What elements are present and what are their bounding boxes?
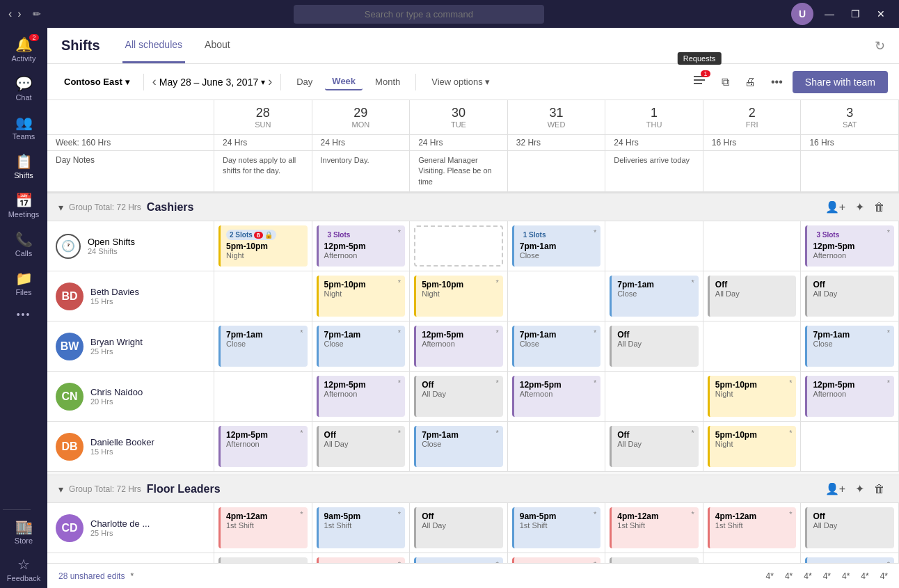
bryan-sun-block[interactable]: * 7pm-1am Close: [218, 326, 308, 367]
open-shift-tue[interactable]: [410, 221, 508, 271]
bryan-wed[interactable]: * 7pm-1am Close: [508, 321, 606, 371]
aadi-fri[interactable]: [703, 553, 802, 563]
open-shift-sun[interactable]: 2 Slots 8 🔒 5pm-10pm Night: [214, 221, 312, 271]
beth-tue[interactable]: * 5pm-10pm Night: [410, 271, 508, 321]
sidebar-item-chat[interactable]: 💬 Chat: [3, 70, 45, 107]
close-button[interactable]: ✕: [871, 6, 891, 22]
charlotte-thu[interactable]: * 4pm-12am 1st Shift: [605, 503, 703, 553]
beth-thu-block[interactable]: * 7pm-1am Close: [610, 276, 699, 317]
sidebar-item-files[interactable]: 📁 Files: [3, 264, 45, 302]
next-week-button[interactable]: ›: [268, 74, 272, 89]
share-with-team-button[interactable]: Share with team: [793, 71, 888, 93]
delete-fl-button[interactable]: 🗑: [871, 481, 888, 497]
sidebar-item-more[interactable]: •••: [3, 303, 45, 326]
more-options-button[interactable]: •••: [765, 72, 788, 93]
bryan-thu[interactable]: Off All Day: [605, 321, 703, 371]
sidebar-item-shifts[interactable]: 📋 Shifts: [3, 148, 45, 185]
open-shift-block-mon[interactable]: * 3 Slots 12pm-5pm Afternoon: [317, 225, 406, 267]
open-shift-mon[interactable]: * 3 Slots 12pm-5pm Afternoon: [312, 221, 411, 271]
danielle-wed[interactable]: [508, 422, 606, 471]
beth-wed[interactable]: [508, 271, 606, 321]
chris-sat[interactable]: * 12pm-5pm Afternoon: [801, 372, 899, 421]
maximize-button[interactable]: ❐: [845, 6, 866, 22]
search-input[interactable]: [294, 5, 544, 24]
beth-fri-block[interactable]: Off All Day: [708, 276, 797, 317]
bryan-tue-block[interactable]: * 12pm-5pm Afternoon: [414, 326, 503, 367]
open-shift-fri[interactable]: [703, 221, 802, 271]
danielle-thu-block[interactable]: * Off All Day: [610, 426, 699, 467]
forward-button[interactable]: ›: [17, 8, 21, 20]
bryan-fri[interactable]: [703, 321, 802, 371]
aadi-mon[interactable]: * 4pm-12am: [312, 553, 411, 563]
sidebar-item-meetings[interactable]: 📅 Meetings: [3, 186, 45, 224]
danielle-sun-block[interactable]: * 12pm-5pm Afternoon: [218, 426, 308, 467]
chris-wed-block[interactable]: * 12pm-5pm Afternoon: [512, 376, 601, 417]
bryan-mon-block[interactable]: * 7pm-1am Close: [317, 326, 406, 367]
aadi-wed[interactable]: * 4pm-12am: [508, 553, 606, 563]
chris-thu[interactable]: [605, 372, 703, 421]
danielle-fri[interactable]: * 5pm-10pm Night: [703, 422, 802, 471]
sidebar-item-teams[interactable]: 👥 Teams: [3, 109, 45, 146]
tab-about[interactable]: About: [202, 28, 233, 63]
beth-mon-block[interactable]: * 5pm-10pm Night: [317, 276, 406, 317]
bryan-mon[interactable]: * 7pm-1am Close: [312, 321, 411, 371]
chris-tue[interactable]: * Off All Day: [410, 372, 508, 421]
delete-group-button[interactable]: 🗑: [871, 199, 888, 215]
chris-wed[interactable]: * 12pm-5pm Afternoon: [508, 372, 606, 421]
aadi-tue[interactable]: * 9am-5pm: [410, 553, 508, 563]
open-shift-wed[interactable]: * 1 Slots 7pm-1am Close: [508, 221, 606, 271]
charlotte-sun[interactable]: * 4pm-12am 1st Shift: [214, 503, 312, 553]
beth-sun[interactable]: [214, 271, 312, 321]
add-employee-fl-button[interactable]: 👤+: [822, 481, 848, 497]
danielle-tue[interactable]: * 7pm-1am Close: [410, 422, 508, 471]
aadi-sun-block[interactable]: Off: [218, 557, 308, 563]
danielle-thu[interactable]: * Off All Day: [605, 422, 703, 471]
danielle-fri-block[interactable]: * 5pm-10pm Night: [708, 426, 797, 467]
beth-thu[interactable]: * 7pm-1am Close: [605, 271, 703, 321]
charlotte-fri[interactable]: * 4pm-12am 1st Shift: [703, 503, 802, 553]
chris-tue-block[interactable]: * Off All Day: [414, 376, 503, 417]
unshared-edits[interactable]: 28 unshared edits: [58, 571, 125, 581]
charlotte-sat-block[interactable]: Off All Day: [805, 507, 894, 548]
chris-mon[interactable]: * 12pm-5pm Afternoon: [312, 372, 411, 421]
aadi-tue-block[interactable]: * 9am-5pm: [414, 557, 503, 563]
view-month-button[interactable]: Month: [368, 74, 407, 90]
date-range[interactable]: May 28 – June 3, 2017 ▾: [159, 77, 265, 88]
aadi-wed-block[interactable]: * 4pm-12am: [512, 557, 601, 563]
aadi-mon-block[interactable]: * 4pm-12am: [317, 557, 406, 563]
chris-fri-block[interactable]: * 5pm-10pm Night: [708, 376, 797, 417]
open-shift-thu[interactable]: [605, 221, 703, 271]
charlotte-tue-block[interactable]: Off All Day: [414, 507, 503, 548]
bryan-wed-block[interactable]: * 7pm-1am Close: [512, 326, 601, 367]
print-button[interactable]: 🖨: [739, 72, 761, 93]
group-select[interactable]: Contoso East ▾: [58, 74, 135, 90]
open-shift-block-wed[interactable]: * 1 Slots 7pm-1am Close: [512, 225, 601, 267]
danielle-sat[interactable]: [801, 422, 899, 471]
sidebar-item-store[interactable]: 🏬 Store: [3, 513, 45, 550]
sidebar-item-feedback[interactable]: ☆ Feedback: [3, 550, 45, 588]
aadi-sun[interactable]: Off: [214, 553, 312, 563]
bryan-tue[interactable]: * 12pm-5pm Afternoon: [410, 321, 508, 371]
refresh-button[interactable]: ↻: [875, 38, 885, 54]
beth-sat-block[interactable]: Off All Day: [805, 276, 894, 317]
charlotte-tue[interactable]: Off All Day: [410, 503, 508, 553]
requests-button[interactable]: 1: [687, 69, 712, 95]
open-shift-block-sat[interactable]: * 3 Slots 12pm-5pm Afternoon: [805, 225, 894, 267]
bryan-sat[interactable]: * 7pm-1am Close: [801, 321, 899, 371]
chris-mon-block[interactable]: * 12pm-5pm Afternoon: [317, 376, 406, 417]
sidebar-item-activity[interactable]: 🔔 Activity 2: [3, 31, 45, 68]
move-group-button[interactable]: ✦: [852, 199, 867, 215]
cashiers-collapse-icon[interactable]: ▾: [58, 202, 63, 213]
charlotte-mon-block[interactable]: * 9am-5pm 1st Shift: [317, 507, 406, 548]
beth-mon[interactable]: * 5pm-10pm Night: [312, 271, 411, 321]
bryan-thu-block[interactable]: Off All Day: [610, 326, 699, 367]
view-options-button[interactable]: View options ▾: [424, 74, 497, 90]
danielle-tue-block[interactable]: * 7pm-1am Close: [414, 426, 503, 467]
prev-week-button[interactable]: ‹: [152, 74, 157, 89]
charlotte-sat[interactable]: Off All Day: [801, 503, 899, 553]
move-fl-button[interactable]: ✦: [852, 481, 867, 497]
chris-sun[interactable]: [214, 372, 312, 421]
view-day-button[interactable]: Day: [289, 74, 319, 90]
open-shift-sat[interactable]: * 3 Slots 12pm-5pm Afternoon: [801, 221, 899, 271]
charlotte-thu-block[interactable]: * 4pm-12am 1st Shift: [610, 507, 699, 548]
